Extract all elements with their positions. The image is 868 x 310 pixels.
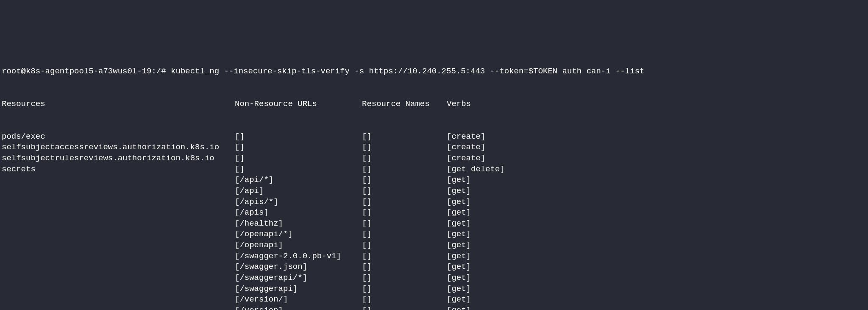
command: kubectl_ng --insecure-skip-tls-verify -s… (166, 67, 645, 76)
cell-resourcenames: [] (362, 218, 447, 229)
cell-nonresource: [/healthz] (235, 218, 362, 229)
cell-nonresource: [/api] (235, 186, 362, 197)
cell-nonresource: [/api/*] (235, 175, 362, 186)
cell-verbs: [get] (447, 305, 471, 310)
cell-resourcenames: [] (362, 294, 447, 305)
cell-resources: pods/exec (2, 131, 235, 142)
cell-verbs: [get] (447, 197, 471, 208)
cell-nonresource: [/swagger.json] (235, 262, 362, 273)
cell-resourcenames: [] (362, 284, 447, 295)
cell-nonresource: [/openapi/*] (235, 229, 362, 240)
header-verbs: Verbs (447, 99, 471, 110)
table-row: [/version][][get] (2, 305, 866, 310)
table-row: [/api/*][][get] (2, 175, 866, 186)
cell-resources: secrets (2, 164, 235, 175)
cell-nonresource: [] (235, 164, 362, 175)
table-row: [/openapi][][get] (2, 240, 866, 251)
cell-nonresource: [/version/] (235, 294, 362, 305)
table-row: selfsubjectrulesreviews.authorization.k8… (2, 153, 866, 164)
cell-nonresource: [/swaggerapi/*] (235, 273, 362, 284)
cell-resourcenames: [] (362, 131, 447, 142)
cell-verbs: [get] (447, 251, 471, 262)
terminal-output[interactable]: root@k8s-agentpool5-a73wus0l-19:/# kubec… (2, 45, 866, 310)
cell-resources: selfsubjectrulesreviews.authorization.k8… (2, 153, 235, 164)
cell-resourcenames: [] (362, 186, 447, 197)
cell-resourcenames: [] (362, 273, 447, 284)
cell-resourcenames: [] (362, 175, 447, 186)
command-line: root@k8s-agentpool5-a73wus0l-19:/# kubec… (2, 66, 866, 77)
table-row: [/swagger-2.0.0.pb-v1][][get] (2, 251, 866, 262)
cell-verbs: [get] (447, 284, 471, 295)
table-row: [/api][][get] (2, 186, 866, 197)
cell-resourcenames: [] (362, 229, 447, 240)
cell-verbs: [get] (447, 186, 471, 197)
cell-verbs: [get] (447, 218, 471, 229)
cell-verbs: [get] (447, 262, 471, 273)
cell-nonresource: [/swagger-2.0.0.pb-v1] (235, 251, 362, 262)
cell-verbs: [get delete] (447, 164, 505, 175)
cell-resourcenames: [] (362, 251, 447, 262)
table-row: [/swaggerapi/*][][get] (2, 273, 866, 284)
cell-resourcenames: [] (362, 153, 447, 164)
cell-nonresource: [/apis/*] (235, 197, 362, 208)
prompt-user-host: root@k8s-agentpool5-a73wus0l-19 (2, 67, 151, 76)
header-nonresource: Non-Resource URLs (235, 99, 362, 110)
cell-verbs: [get] (447, 294, 471, 305)
table-row: secrets[][][get delete] (2, 164, 866, 175)
table-row: [/swagger.json][][get] (2, 262, 866, 273)
cell-resources: selfsubjectaccessreviews.authorization.k… (2, 142, 235, 153)
cell-resourcenames: [] (362, 142, 447, 153)
table-row: [/openapi/*][][get] (2, 229, 866, 240)
table-row: selfsubjectaccessreviews.authorization.k… (2, 142, 866, 153)
table-row: [/healthz][][get] (2, 218, 866, 229)
cell-nonresource: [/apis] (235, 207, 362, 218)
cell-nonresource: [] (235, 142, 362, 153)
prompt-path: :/# (151, 67, 166, 76)
table-row: [/apis/*][][get] (2, 197, 866, 208)
cell-verbs: [create] (447, 131, 485, 142)
cell-verbs: [create] (447, 142, 485, 153)
cell-resourcenames: [] (362, 305, 447, 310)
cell-resourcenames: [] (362, 240, 447, 251)
cell-verbs: [get] (447, 207, 471, 218)
header-row: ResourcesNon-Resource URLsResource Names… (2, 99, 866, 110)
cell-nonresource: [/swaggerapi] (235, 284, 362, 295)
header-resources: Resources (2, 99, 235, 110)
cell-verbs: [get] (447, 240, 471, 251)
cell-verbs: [get] (447, 273, 471, 284)
cell-resourcenames: [] (362, 197, 447, 208)
cell-verbs: [get] (447, 175, 471, 186)
table-row: pods/exec[][][create] (2, 131, 866, 142)
table-row: [/apis][][get] (2, 207, 866, 218)
header-resourcenames: Resource Names (362, 99, 447, 110)
cell-nonresource: [/version] (235, 305, 362, 310)
cell-nonresource: [] (235, 153, 362, 164)
cell-nonresource: [/openapi] (235, 240, 362, 251)
table-row: [/swaggerapi][][get] (2, 284, 866, 295)
table-row: [/version/][][get] (2, 294, 866, 305)
cell-resourcenames: [] (362, 164, 447, 175)
cell-verbs: [create] (447, 153, 485, 164)
cell-resourcenames: [] (362, 207, 447, 218)
cell-verbs: [get] (447, 229, 471, 240)
cell-nonresource: [] (235, 131, 362, 142)
cell-resourcenames: [] (362, 262, 447, 273)
